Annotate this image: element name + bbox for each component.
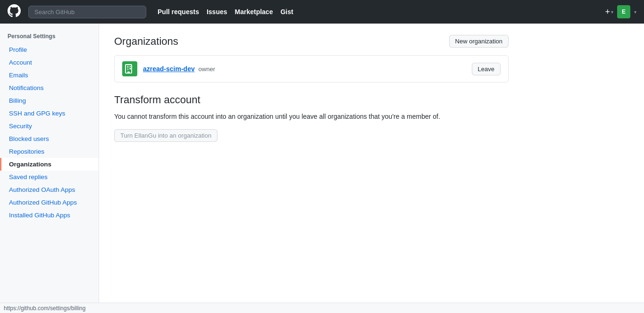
sidebar-item-account[interactable]: Account <box>0 56 99 69</box>
sidebar-item-blocked-users[interactable]: Blocked users <box>0 132 99 145</box>
sidebar-item-emails[interactable]: Emails <box>0 69 99 82</box>
top-navbar: Pull requests Issues Marketplace Gist + … <box>0 0 644 24</box>
main-content: Organizations New organization azread-sc… <box>99 24 524 313</box>
new-item-button[interactable]: + ▾ <box>605 7 613 17</box>
org-name-link[interactable]: azread-scim-dev <box>143 65 195 73</box>
plus-caret-icon: ▾ <box>611 9 613 15</box>
transform-description: You cannot transform this account into a… <box>114 112 509 122</box>
sidebar-item-github-apps[interactable]: Authorized GitHub Apps <box>0 196 99 209</box>
page-wrap: Personal settings Profile Account Emails… <box>0 24 644 313</box>
topnav-marketplace[interactable]: Marketplace <box>235 8 273 16</box>
page-title: Organizations <box>114 35 178 48</box>
sidebar-item-notifications[interactable]: Notifications <box>0 82 99 94</box>
sidebar-item-installed-apps[interactable]: Installed GitHub Apps <box>0 209 99 222</box>
topnav-right: + ▾ E ▾ <box>605 5 636 18</box>
topnav-issues[interactable]: Issues <box>207 8 227 16</box>
sidebar-item-profile[interactable]: Profile <box>0 43 99 56</box>
avatar-caret-icon: ▾ <box>634 9 636 15</box>
sidebar-item-billing[interactable]: Billing <box>0 94 99 107</box>
transform-title: Transform account <box>114 94 509 106</box>
sidebar-item-security[interactable]: Security <box>0 120 99 132</box>
transform-section: Transform account You cannot transform t… <box>114 94 509 142</box>
org-card: azread-scim-dev owner Leave <box>114 55 509 82</box>
sidebar-heading: Personal settings <box>0 33 99 43</box>
leave-org-button[interactable]: Leave <box>472 63 501 75</box>
sidebar-item-ssh-gpg[interactable]: SSH and GPG keys <box>0 107 99 120</box>
transform-account-button[interactable]: Turn EllanGu into an organization <box>114 129 217 142</box>
statusbar: https://github.com/settings/billing <box>0 303 644 313</box>
search-input[interactable] <box>28 6 146 18</box>
topnav-links: Pull requests Issues Marketplace Gist <box>158 8 597 16</box>
org-info: azread-scim-dev owner <box>122 61 215 76</box>
page-header: Organizations New organization <box>114 35 509 48</box>
sidebar-item-organizations[interactable]: Organizations <box>0 158 99 171</box>
topnav-pull-requests[interactable]: Pull requests <box>158 8 199 16</box>
org-role: owner <box>199 66 215 73</box>
user-avatar[interactable]: E <box>617 5 630 18</box>
org-avatar <box>122 61 137 76</box>
sidebar-item-oauth-apps[interactable]: Authorized OAuth Apps <box>0 183 99 196</box>
topnav-gist[interactable]: Gist <box>280 8 293 16</box>
sidebar: Personal settings Profile Account Emails… <box>0 24 99 313</box>
new-organization-button[interactable]: New organization <box>449 35 509 48</box>
sidebar-item-repositories[interactable]: Repositories <box>0 145 99 158</box>
github-logo-icon[interactable] <box>8 4 21 19</box>
sidebar-item-saved-replies[interactable]: Saved replies <box>0 171 99 183</box>
statusbar-url: https://github.com/settings/billing <box>4 305 85 312</box>
